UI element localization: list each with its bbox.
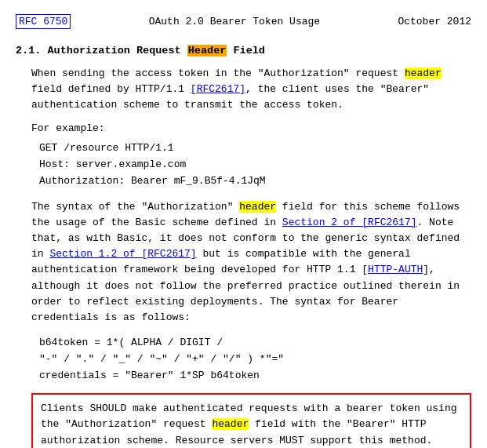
code-line-2: Host: server.example.com [39, 157, 471, 173]
rfc-link[interactable]: RFC 6750 [16, 14, 71, 29]
para1-text-pre: When sending the access token in the "Au… [31, 67, 442, 111]
paragraph-2: The syntax of the "Authorization" header… [31, 199, 471, 326]
for-example-label: For example: [31, 122, 471, 134]
code-line-1: GET /resource HTTP/1.1 [39, 140, 471, 157]
http-auth-link[interactable]: HTTP-AUTH [368, 264, 423, 275]
section-title-pre: Authorization Request [48, 45, 187, 56]
must-support-note: Clients SHOULD make authenticated reques… [31, 393, 471, 448]
code-example: GET /resource HTTP/1.1 Host: server.exam… [39, 140, 471, 189]
highlight-header-1: header [405, 67, 442, 79]
section-number: 2.1. [16, 45, 41, 56]
bnf-line-3: credentials = "Bearer" 1*SP b64token [39, 368, 471, 384]
section-title-post: Field [227, 45, 265, 56]
bnf-line-2: "-" / "." / "_" / "~" / "+" / "/" ) *"=" [39, 351, 471, 368]
highlight-header-2: header [239, 201, 276, 213]
rfc2617-link-1[interactable]: [RFC2617] [191, 83, 245, 95]
header-date: October 2012 [398, 16, 471, 27]
paragraph-1: When sending the access token in the "Au… [31, 66, 471, 113]
bnf-line-1: b64token = 1*( ALPHA / DIGIT / [39, 335, 471, 351]
bnf-definition: b64token = 1*( ALPHA / DIGIT / "-" / "."… [39, 335, 471, 384]
header-title: OAuth 2.0 Bearer Token Usage [71, 16, 398, 27]
main-content: 2.1. Authorization Request Header Field … [0, 37, 487, 448]
section2-link[interactable]: Section 2 of [RFC2617] [282, 217, 417, 228]
section12-link[interactable]: Section 1.2 of [RFC2617] [49, 248, 196, 260]
section-heading: 2.1. Authorization Request Header Field [16, 45, 471, 56]
code-line-3: Authorization: Bearer mF_9.B5f-4.1JqM [39, 173, 471, 190]
page-header: RFC 6750 OAuth 2.0 Bearer Token Usage Oc… [0, 0, 487, 37]
section-title-highlight: Header [187, 45, 227, 56]
highlight-header-3: header [212, 418, 249, 430]
